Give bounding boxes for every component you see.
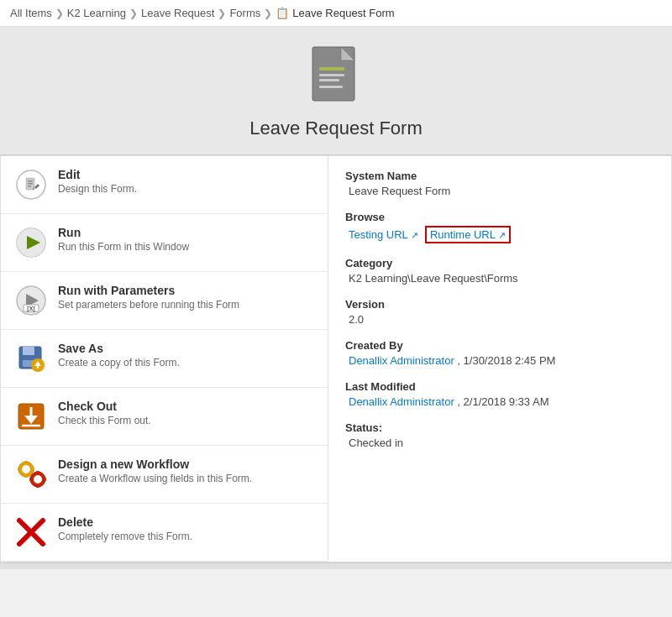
run-desc: Run this Form in this Window <box>58 241 189 253</box>
svg-rect-27 <box>37 366 39 369</box>
status-label: Status: <box>345 421 654 434</box>
edit-icon <box>14 168 48 201</box>
breadcrumb-sep-3: ❯ <box>218 8 226 19</box>
check-out-text: Check Out Check this Form out. <box>58 400 151 426</box>
check-out-title: Check Out <box>58 400 151 413</box>
design-workflow-icon <box>14 458 48 491</box>
svg-rect-41 <box>36 485 39 488</box>
breadcrumb-all-items[interactable]: All Items <box>10 7 52 19</box>
svg-rect-10 <box>28 180 33 182</box>
detail-system-name: System Name Leave Request Form <box>345 170 654 197</box>
hero-form-icon <box>306 44 366 111</box>
detail-browse: Browse Testing URL ↗ Runtime URL ↗ <box>345 211 654 243</box>
status-value: Checked in <box>345 437 654 449</box>
detail-version: Version 2.0 <box>345 298 654 326</box>
action-save-as[interactable]: Save As Create a copy of this Form. <box>1 330 328 388</box>
form-icon: 📋 <box>276 7 289 19</box>
action-design-workflow[interactable]: Design a new Workflow Create a Workflow … <box>1 446 328 504</box>
run-icon <box>14 226 48 259</box>
detail-last-modified: Last Modified Denallix Administrator , 2… <box>345 380 654 408</box>
browse-label: Browse <box>345 211 654 223</box>
detail-category: Category K2 Learning\Leave Request\Forms <box>345 257 654 285</box>
run-params-desc: Set parameters before running this Form <box>58 299 239 311</box>
run-params-text: Run with Parameters Set parameters befor… <box>58 284 239 311</box>
detail-status: Status: Checked in <box>345 421 654 449</box>
run-text: Run Run this Form in this Window <box>58 226 189 253</box>
run-params-title: Run with Parameters <box>58 284 239 297</box>
main-container: Edit Design this Form. Run Run this Form… <box>0 155 672 562</box>
breadcrumb: All Items ❯ K2 Learning ❯ Leave Request … <box>0 0 672 27</box>
system-name-label: System Name <box>345 170 654 182</box>
breadcrumb-leave-request-form: 📋 Leave Request Form <box>276 7 394 19</box>
breadcrumb-forms[interactable]: Forms <box>229 7 260 19</box>
svg-rect-36 <box>18 468 20 471</box>
version-value: 2.0 <box>345 313 654 326</box>
run-params-icon: [X] <box>14 284 48 317</box>
svg-rect-7 <box>319 86 343 88</box>
version-label: Version <box>345 298 654 311</box>
hero-section: Leave Request Form <box>0 27 672 155</box>
svg-rect-12 <box>28 186 31 187</box>
created-by-label: Created By <box>345 339 654 352</box>
action-check-out[interactable]: Check Out Check this Form out. <box>1 388 328 446</box>
edit-title: Edit <box>58 168 137 181</box>
save-as-title: Save As <box>58 342 180 355</box>
created-by-user-link[interactable]: Denallix Administrator <box>349 354 454 367</box>
testing-url-link[interactable]: Testing URL ↗ <box>349 228 418 241</box>
design-workflow-desc: Create a Workflow using fields in this F… <box>58 473 252 484</box>
svg-rect-34 <box>24 461 28 463</box>
delete-title: Delete <box>58 515 192 529</box>
save-as-desc: Create a copy of this Form. <box>58 357 180 369</box>
browse-links: Testing URL ↗ Runtime URL ↗ <box>345 226 654 243</box>
svg-rect-23 <box>23 347 34 355</box>
save-as-icon <box>14 342 48 375</box>
svg-rect-6 <box>319 79 339 81</box>
svg-point-33 <box>22 465 30 473</box>
breadcrumb-k2-learning[interactable]: K2 Learning <box>67 7 126 19</box>
check-out-icon <box>14 400 48 433</box>
runtime-url-link[interactable]: Runtime URL ↗ <box>430 228 506 241</box>
svg-rect-37 <box>32 468 34 471</box>
delete-text: Delete Completely remove this Form. <box>58 515 192 542</box>
detail-created-by: Created By Denallix Administrator , 1/30… <box>345 339 654 367</box>
svg-text:[X]: [X] <box>27 306 34 312</box>
svg-rect-40 <box>36 471 39 473</box>
category-label: Category <box>345 257 654 269</box>
breadcrumb-leave-request[interactable]: Leave Request <box>141 7 214 19</box>
breadcrumb-sep-4: ❯ <box>264 8 272 19</box>
svg-rect-11 <box>28 183 33 185</box>
check-out-desc: Check this Form out. <box>58 415 151 426</box>
svg-point-39 <box>34 475 42 484</box>
run-title: Run <box>58 226 189 239</box>
bottom-bar <box>0 562 672 569</box>
delete-desc: Completely remove this Form. <box>58 531 192 542</box>
system-name-value: Leave Request Form <box>345 185 654 197</box>
edit-desc: Design this Form. <box>58 183 137 195</box>
actions-panel: Edit Design this Form. Run Run this Form… <box>1 156 328 562</box>
delete-icon <box>14 515 48 549</box>
last-modified-user-link[interactable]: Denallix Administrator <box>349 395 454 408</box>
svg-marker-13 <box>34 184 39 189</box>
svg-rect-42 <box>29 478 32 481</box>
design-workflow-title: Design a new Workflow <box>58 458 252 471</box>
page-title: Leave Request Form <box>249 118 422 139</box>
last-modified-label: Last Modified <box>345 380 654 393</box>
svg-rect-4 <box>319 67 344 71</box>
action-edit[interactable]: Edit Design this Form. <box>1 156 328 214</box>
breadcrumb-sep-2: ❯ <box>129 8 138 19</box>
edit-text: Edit Design this Form. <box>58 168 137 195</box>
created-by-value: Denallix Administrator , 1/30/2018 2:45 … <box>345 354 654 367</box>
category-value: K2 Learning\Leave Request\Forms <box>345 272 654 285</box>
breadcrumb-sep-1: ❯ <box>55 8 64 19</box>
save-as-text: Save As Create a copy of this Form. <box>58 342 180 369</box>
svg-rect-43 <box>44 478 46 481</box>
last-modified-value: Denallix Administrator , 2/1/2018 9:33 A… <box>345 395 654 408</box>
runtime-url-box: Runtime URL ↗ <box>425 226 511 243</box>
action-run[interactable]: Run Run this Form in this Window <box>1 214 328 272</box>
action-run-params[interactable]: [X] Run with Parameters Set parameters b… <box>1 272 328 330</box>
action-delete[interactable]: Delete Completely remove this Form. <box>1 504 328 562</box>
design-workflow-text: Design a new Workflow Create a Workflow … <box>58 458 252 484</box>
svg-rect-5 <box>319 74 344 76</box>
svg-rect-35 <box>24 475 28 478</box>
details-panel: System Name Leave Request Form Browse Te… <box>328 156 671 562</box>
